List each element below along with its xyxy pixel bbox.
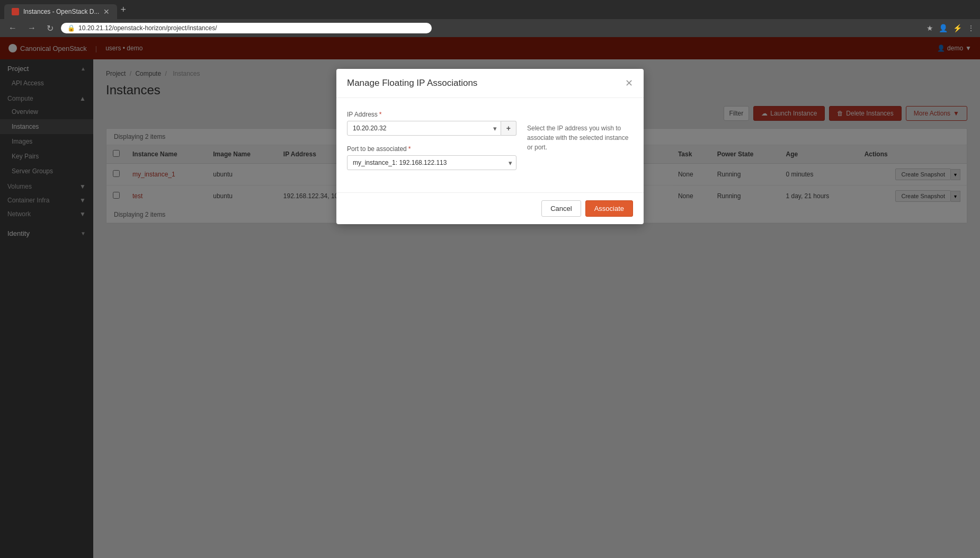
cancel-button[interactable]: Cancel (541, 200, 581, 217)
manage-floating-ip-modal: Manage Floating IP Associations ✕ IP Add… (336, 69, 644, 224)
associate-button[interactable]: Associate (585, 200, 633, 217)
browser-tabs: Instances - OpenStack D... ✕ + (0, 0, 980, 19)
ip-add-button[interactable]: + (501, 121, 516, 136)
modal-overlay: Manage Floating IP Associations ✕ IP Add… (0, 37, 980, 558)
bookmark-icon[interactable]: ★ (926, 24, 933, 32)
browser-chrome: Instances - OpenStack D... ✕ + ← → ↻ 🔒 1… (0, 0, 980, 37)
extensions-icon[interactable]: ⚡ (953, 24, 962, 32)
modal-body: IP Address * 10.20.20.32 + Por (336, 98, 644, 192)
modal-title: Manage Floating IP Associations (347, 78, 477, 88)
address-bar[interactable]: 🔒 10.20.21.12/openstack-horizon/project/… (61, 23, 432, 33)
tab-close-button[interactable]: ✕ (103, 7, 110, 16)
new-tab-button[interactable]: + (120, 4, 126, 15)
tab-favicon (12, 8, 19, 15)
secure-icon: 🔒 (67, 24, 75, 32)
toolbar-icons: ★ 👤 ⚡ ⋮ (926, 24, 975, 32)
ip-address-label: IP Address * (347, 111, 516, 118)
port-label: Port to be associated * (347, 145, 516, 153)
ip-address-group: IP Address * 10.20.20.32 + (347, 111, 516, 136)
modal-close-button[interactable]: ✕ (625, 77, 633, 89)
modal-header: Manage Floating IP Associations ✕ (336, 69, 644, 98)
menu-icon[interactable]: ⋮ (967, 24, 975, 32)
modal-footer: Cancel Associate (336, 192, 644, 224)
reload-button[interactable]: ↻ (43, 22, 57, 34)
tab-title: Instances - OpenStack D... (23, 8, 99, 15)
profile-icon[interactable]: 👤 (939, 24, 948, 32)
browser-toolbar: ← → ↻ 🔒 10.20.21.12/openstack-horizon/pr… (0, 19, 980, 37)
address-text: 10.20.21.12/openstack-horizon/project/in… (78, 24, 217, 32)
ip-required-star: * (379, 111, 382, 118)
ip-select-wrapper: 10.20.20.32 (347, 121, 501, 136)
port-select[interactable]: my_instance_1: 192.168.122.113 (347, 155, 516, 170)
active-tab[interactable]: Instances - OpenStack D... ✕ (4, 4, 117, 19)
port-select-wrapper: my_instance_1: 192.168.122.113 (347, 155, 516, 170)
ip-address-select[interactable]: 10.20.20.32 (347, 121, 501, 136)
ip-input-group: 10.20.20.32 + (347, 121, 516, 136)
port-required-star: * (408, 145, 411, 153)
port-group: Port to be associated * my_instance_1: 1… (347, 145, 516, 170)
modal-form: IP Address * 10.20.20.32 + Por (347, 111, 516, 180)
back-button[interactable]: ← (5, 22, 20, 34)
forward-button[interactable]: → (24, 22, 39, 34)
modal-help-text: Select the IP address you wish to associ… (527, 111, 633, 180)
